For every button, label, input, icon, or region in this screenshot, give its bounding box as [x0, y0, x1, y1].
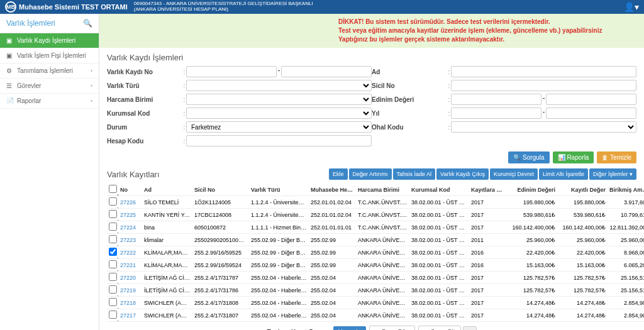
- col-header[interactable]: [107, 184, 118, 196]
- sorgula-button[interactable]: 🔍 Sorgula: [508, 151, 549, 163]
- page-select[interactable]: [463, 326, 477, 331]
- layers-icon: ▣: [6, 52, 14, 59]
- col-header[interactable]: No: [118, 184, 142, 196]
- row-link[interactable]: 27220: [118, 272, 142, 284]
- row-checkbox[interactable]: [109, 210, 117, 218]
- table-actions: EkleDeğer ArtırımıTahsis İade AlVarlık K…: [328, 168, 636, 180]
- col-header[interactable]: Sicil No: [192, 184, 249, 196]
- sidebar-header: Varlık İşlemleri 🔍: [0, 14, 99, 33]
- temizle-button[interactable]: 🗑 Temizle: [597, 151, 636, 163]
- row-checkbox[interactable]: [109, 197, 117, 206]
- col-header[interactable]: Kayıtlı Değer: [557, 184, 608, 196]
- chevron-right-icon: ›: [91, 98, 92, 104]
- brand-text: Muhasebe Sistemi TEST ORTAMI: [19, 3, 128, 11]
- col-header[interactable]: Edinim Değeri: [507, 184, 557, 196]
- logo-icon: MB: [5, 1, 16, 13]
- data-table: NoAdSicil NoVarlık TürüMuhasebe Hesap Ko…: [107, 184, 644, 322]
- edeger-input-1[interactable]: [451, 94, 541, 105]
- chevron-right-icon: ›: [91, 83, 92, 89]
- vkno-input-1[interactable]: [186, 66, 277, 77]
- sicil-input[interactable]: [451, 80, 636, 91]
- action-button[interactable]: Varlık Kaydı Çıkış: [436, 168, 489, 180]
- chevron-right-icon: ›: [91, 68, 92, 74]
- sona-git-button[interactable]: ↻ Sona Git: [418, 326, 461, 330]
- col-header[interactable]: Varlık Türü: [249, 184, 309, 196]
- layers-icon: ▣: [6, 37, 14, 44]
- yil-input-2[interactable]: [546, 107, 636, 119]
- table-row[interactable]: 27226SİLO TEMELİ1Ö2K11240051.1.2.4 - Üni…: [107, 196, 644, 209]
- user-menu[interactable]: 👤▾: [624, 2, 639, 12]
- yil-input-1[interactable]: [451, 107, 541, 119]
- table-head: NoAdSicil NoVarlık TürüMuhasebe Hesap Ko…: [107, 184, 644, 196]
- topbar: MB Muhasebe Sistemi TEST ORTAMI 06900473…: [0, 0, 644, 14]
- action-button[interactable]: Değer Artırımı: [349, 168, 392, 180]
- doc-icon: 📄: [6, 97, 14, 104]
- hkodu-input[interactable]: [186, 135, 372, 146]
- row-link[interactable]: 27221: [118, 259, 142, 272]
- row-link[interactable]: 27225: [118, 209, 142, 221]
- row-link[interactable]: 27224: [118, 221, 142, 234]
- action-button[interactable]: Diğer İşlemler ▾: [589, 168, 636, 180]
- row-checkbox[interactable]: [109, 273, 117, 281]
- row-checkbox[interactable]: [109, 298, 117, 306]
- table-title: Varlık Kayıtları: [107, 170, 160, 179]
- hesapla-button[interactable]: Hesapla: [333, 326, 367, 330]
- col-header[interactable]: Muhasebe Hesap Kodu: [309, 184, 356, 196]
- row-checkbox[interactable]: [109, 248, 117, 256]
- sidebar-item-tanimlama[interactable]: ⚙Tanımlama İşlemleri›: [0, 63, 99, 79]
- kkod-select[interactable]: [186, 107, 372, 119]
- durum-select[interactable]: Farketmez: [186, 121, 372, 133]
- row-link[interactable]: 27218: [118, 297, 142, 309]
- brand-subtitle: 0690047343 - ANKARA ÜNİVERSİTESİSTRATEJİ…: [134, 1, 313, 13]
- row-link[interactable]: 27226: [118, 196, 142, 209]
- warning-banner: DİKKAT! Bu sistem test sürümüdür. Sadece…: [99, 14, 644, 48]
- table-row[interactable]: 27224bina60501008721.1.1.1 - Hizmet Bina…: [107, 221, 644, 234]
- row-link[interactable]: 27217: [118, 309, 142, 322]
- sidebar-item-raporlar[interactable]: 📄Raporlar›: [0, 94, 99, 109]
- vturu-select[interactable]: [186, 80, 372, 91]
- table-row[interactable]: 27220İLETİŞİM AĞ CİHAZL…255.2.4/17/31787…: [107, 272, 644, 284]
- brand: MB Muhasebe Sistemi TEST ORTAMI: [5, 1, 128, 13]
- row-checkbox[interactable]: [109, 235, 117, 243]
- row-checkbox[interactable]: [109, 223, 117, 231]
- select-all-checkbox[interactable]: [109, 185, 117, 193]
- sidebar-item-islem-fisi[interactable]: ▣Varlık İşlem Fişi İşlemleri: [0, 48, 99, 63]
- sidebar-item-gorevler[interactable]: ☰Görevler›: [0, 79, 99, 94]
- sidebar-item-varlik-kaydi[interactable]: ▣Varlık Kaydı İşlemleri: [0, 33, 99, 48]
- action-button[interactable]: Tahsis İade Al: [393, 168, 436, 180]
- ohal-select[interactable]: [451, 121, 636, 133]
- table-row[interactable]: 27221KLİMALAR,MARKASI…255.2.99/16/595242…: [107, 259, 644, 272]
- basa-don-button[interactable]: ↻ Başa Dön: [369, 326, 415, 330]
- action-button[interactable]: Kurumiçi Devret: [490, 168, 538, 180]
- filter-panel: Varlık Kaydı İşlemleri Varlık Kaydı No:-…: [107, 53, 636, 163]
- action-button[interactable]: Ekle: [329, 168, 348, 180]
- ad-input[interactable]: [451, 66, 636, 77]
- table-row[interactable]: 27223klimalar255029902051000…255.02.99 -…: [107, 234, 644, 246]
- raporla-button[interactable]: 📊 Raporla: [553, 151, 594, 163]
- col-header[interactable]: Harcama Birimi: [356, 184, 409, 196]
- vkno-input-2[interactable]: [281, 66, 372, 77]
- table-row[interactable]: 27218SWICHLER (ANAHTA…255.2.4/17/3180825…: [107, 297, 644, 309]
- action-button[interactable]: Limit Altı İşaretle: [539, 168, 588, 180]
- row-link[interactable]: 27219: [118, 284, 142, 297]
- col-header[interactable]: Kurumsal Kod: [409, 184, 469, 196]
- col-header[interactable]: Ad: [142, 184, 192, 196]
- table-row[interactable]: 27217SWICHLER (ANAHTA…255.2.4/17/3180725…: [107, 309, 644, 322]
- main: DİKKAT! Bu sistem test sürümüdür. Sadece…: [99, 14, 644, 330]
- table-row[interactable]: 27222KLİMALAR,MARKASI…255.2.99/16/595252…: [107, 246, 644, 259]
- col-header[interactable]: Kayıtlara Alındığı Yıl: [469, 184, 507, 196]
- edeger-input-2[interactable]: [546, 94, 636, 105]
- row-link[interactable]: 27223: [118, 234, 142, 246]
- row-checkbox[interactable]: [109, 311, 117, 319]
- row-checkbox[interactable]: [109, 285, 117, 294]
- table-row[interactable]: 27225KANTİN YERİ YAPIM17CBC1240081.1.2.4…: [107, 209, 644, 221]
- search-icon[interactable]: 🔍: [83, 19, 92, 28]
- table-footer: Toplam Kayıt Sayısı: Hesapla ↻ Başa Dön …: [107, 326, 636, 330]
- list-icon: ☰: [6, 82, 14, 89]
- row-checkbox[interactable]: [109, 260, 117, 268]
- col-header[interactable]: Birikmiş Amortisman: [608, 184, 644, 196]
- table-row[interactable]: 27219İLETİŞİM AĞ CİHAZL…255.2.4/17/31786…: [107, 284, 644, 297]
- filter-title: Varlık Kaydı İşlemleri: [107, 53, 636, 62]
- hbirimi-select[interactable]: [186, 94, 372, 105]
- row-link[interactable]: 27222: [118, 246, 142, 259]
